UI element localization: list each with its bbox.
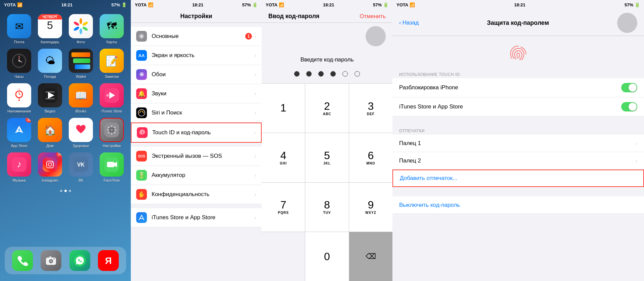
app-calendar[interactable]: ЧЕТВЕРГ 5 Календарь	[37, 14, 63, 44]
app-facetime[interactable]: FaceTime	[99, 152, 125, 182]
touch-item-itunes[interactable]: iTunes Store и App Store	[392, 97, 644, 116]
app-icon-notes[interactable]: 📝	[100, 49, 124, 73]
app-icon-wallet[interactable]	[69, 49, 93, 73]
settings-item-sos[interactable]: SOS Экстренный вызов — SOS ›	[131, 147, 262, 166]
app-icon-camera[interactable]	[41, 250, 61, 271]
touch-item-disable-passcode[interactable]: Выключить код-пароль	[392, 196, 644, 214]
app-icon-music[interactable]: ♪	[7, 152, 31, 177]
time-4: 18:21	[514, 2, 525, 7]
app-reminders[interactable]: Напоминания	[6, 83, 32, 113]
app-videos[interactable]: Видео	[37, 83, 63, 113]
app-notes[interactable]: 📝 Заметки	[99, 49, 125, 79]
touch-item-add-print[interactable]: Добавить отпечаток...	[392, 170, 644, 187]
passcode-cancel-btn[interactable]: Отменить	[360, 13, 386, 20]
settings-item-screen[interactable]: AA Экран и яркость ›	[131, 46, 262, 65]
svg-point-56	[50, 261, 52, 262]
numpad-6[interactable]: 6 MNO	[349, 133, 392, 182]
dock-phone[interactable]	[12, 250, 33, 271]
touch-item-unlock[interactable]: Разблокировка iPhone	[392, 78, 644, 97]
appstore-badge: 16	[25, 118, 31, 123]
status-left: YOTA 📶	[4, 2, 22, 7]
settings-item-itunes[interactable]: iTunes Store и App Store ›	[131, 208, 262, 227]
app-icon-videos[interactable]	[38, 83, 62, 107]
app-health[interactable]: Здоровье	[68, 118, 94, 148]
settings-item-sounds[interactable]: 🔔 Звуки ›	[131, 84, 262, 103]
settings-item-osnovnye[interactable]: Основные 1 ›	[131, 27, 262, 46]
app-icon-clock[interactable]	[7, 49, 31, 73]
back-button[interactable]: ‹ Назад	[399, 19, 419, 26]
wifi-icon: 📶	[17, 2, 22, 7]
numpad-0[interactable]: 0	[305, 232, 348, 281]
app-icon-ibooks[interactable]: 📖	[69, 83, 93, 107]
app-label-vk: ВК	[78, 178, 83, 182]
app-icon-mail[interactable]: ✉	[7, 14, 31, 38]
settings-item-siri[interactable]: Siri и Поиск ›	[131, 103, 262, 123]
app-icon-itunes[interactable]	[100, 83, 124, 107]
numpad-5[interactable]: 5 JKL	[305, 133, 348, 182]
settings-item-wallpaper[interactable]: ❋ Обои ›	[131, 65, 262, 84]
dock-whatsapp[interactable]	[69, 250, 90, 271]
app-label-reminders: Напоминания	[7, 109, 31, 113]
numpad-4[interactable]: 4 GHI	[262, 133, 305, 182]
settings-icon-battery: 🔋	[136, 170, 147, 181]
app-weather[interactable]: 🌤 Погода	[37, 49, 63, 79]
app-icon-reminders[interactable]	[7, 83, 31, 107]
chevron-screen: ›	[255, 53, 256, 58]
dock-camera[interactable]	[41, 250, 61, 271]
chevron-finger2: ›	[636, 158, 637, 163]
app-icon-weather[interactable]: 🌤	[38, 49, 62, 73]
battery-label: 57%	[111, 2, 120, 7]
app-icon-calendar[interactable]: ЧЕТВЕРГ 5	[38, 14, 62, 38]
touch-item-finger1[interactable]: Палец 1 ›	[392, 135, 644, 152]
numpad-backspace[interactable]: ⌫	[349, 232, 392, 281]
app-itunes[interactable]: iTunes Store	[99, 83, 125, 113]
app-icon-facetime[interactable]	[100, 152, 124, 177]
app-clock[interactable]: Часы	[6, 49, 32, 79]
app-settings-home[interactable]: Настройки	[99, 118, 125, 148]
numpad-8[interactable]: 8 TUV	[305, 183, 348, 232]
toggle-itunes[interactable]	[621, 102, 637, 111]
time-2: 18:21	[192, 2, 203, 7]
app-ibooks[interactable]: 📖 iBooks	[68, 83, 94, 113]
settings-item-touchid[interactable]: Touch ID и код-пароль ›	[131, 123, 262, 143]
numpad-9[interactable]: 9 WXYZ	[349, 183, 392, 232]
app-wallet[interactable]: Wallet	[68, 49, 94, 79]
app-icon-home[interactable]: 🏠	[38, 118, 62, 142]
toggle-unlock[interactable]	[621, 83, 637, 92]
app-appstore[interactable]: A 16 App Store	[6, 118, 32, 148]
app-photos[interactable]: Фото	[68, 14, 94, 44]
app-maps[interactable]: 🗺 Карты	[99, 14, 125, 44]
app-icon-whatsapp[interactable]	[69, 250, 90, 271]
settings-item-privacy[interactable]: ✋ Конфиденциальность ›	[131, 185, 262, 204]
app-icon-phone[interactable]	[12, 250, 33, 271]
settings-item-battery[interactable]: 🔋 Аккумулятор ›	[131, 166, 262, 185]
app-vk[interactable]: VK ВК	[68, 152, 94, 182]
status-bar-3: YOTA 📶 18:21 57% 🔋	[262, 0, 392, 9]
app-icon-health[interactable]	[69, 118, 93, 142]
numpad-2[interactable]: 2 ABC	[305, 84, 348, 133]
svg-rect-67	[139, 34, 141, 36]
page-dot-2	[64, 190, 67, 192]
touch-item-finger2[interactable]: Палец 2 ›	[392, 152, 644, 170]
app-mail[interactable]: ✉ Почта	[6, 14, 32, 44]
calendar-date: 5	[47, 19, 53, 31]
touch-item-itunes-label: iTunes Store и App Store	[399, 103, 621, 110]
numpad-7[interactable]: 7 PQRS	[262, 183, 305, 232]
svg-point-33	[110, 129, 113, 131]
app-instagram[interactable]: 14 Instagram	[37, 152, 63, 182]
app-icon-maps[interactable]: 🗺	[100, 14, 124, 38]
app-icon-instagram[interactable]: 14	[38, 152, 62, 177]
app-home[interactable]: 🏠 Дом	[37, 118, 63, 148]
numpad-3[interactable]: 3 DEF	[349, 84, 392, 133]
app-icon-vk[interactable]: VK	[69, 152, 93, 177]
chevron-battery: ›	[255, 173, 256, 178]
app-icon-appstore[interactable]: A 16	[7, 118, 31, 142]
dock-yandex[interactable]: Я	[98, 250, 119, 271]
app-icon-photos[interactable]	[69, 14, 93, 38]
numpad-1[interactable]: 1	[262, 84, 305, 133]
app-icon-settings-home[interactable]	[100, 118, 124, 142]
svg-rect-44	[43, 157, 57, 172]
app-music[interactable]: ♪ Музыка	[6, 152, 32, 182]
settings-label-wallpaper: Обои	[152, 71, 255, 78]
app-icon-yandex[interactable]: Я	[98, 250, 119, 271]
